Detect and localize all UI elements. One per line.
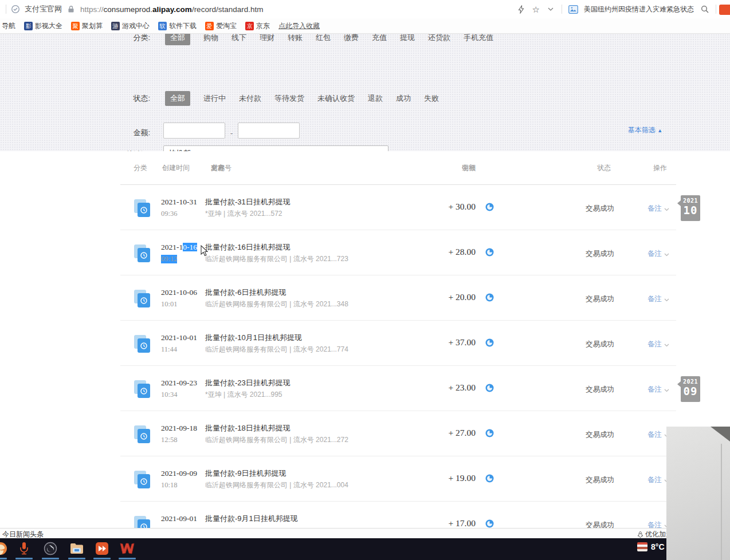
category-option[interactable]: 全部	[165, 34, 190, 45]
amount-max-input[interactable]	[238, 123, 300, 139]
category-option[interactable]: 理财	[260, 34, 274, 43]
amount-min-input[interactable]	[163, 123, 225, 139]
detail-icon[interactable]	[485, 293, 494, 302]
category-option[interactable]: 提现	[400, 34, 415, 43]
created-clock: 10:18	[161, 481, 177, 490]
remark-link[interactable]: 备注	[647, 385, 669, 395]
transaction-title[interactable]: 批量付款-23日挂机邦提现	[205, 378, 291, 388]
bookmark-item[interactable]: 京京东	[245, 21, 270, 31]
category-option[interactable]: 还贷款	[428, 34, 450, 43]
detail-icon[interactable]	[485, 474, 494, 483]
transaction-title[interactable]: 批量付款-18日挂机邦提现	[205, 423, 291, 433]
status-option[interactable]: 成功	[396, 93, 411, 104]
badge-year: 2021	[681, 198, 700, 204]
chevron-down-icon[interactable]	[545, 4, 556, 14]
category-option[interactable]: 红包	[316, 34, 331, 43]
remark-label: 备注	[647, 204, 662, 214]
address-bar[interactable]: https://consumeprod.alipay.com/record/st…	[80, 5, 263, 14]
counterparty-and-txn: 临沂超铁网络服务有限公司 | 流水号 2021...774	[205, 345, 348, 354]
flash-speed-icon[interactable]	[516, 4, 527, 14]
amount-cell: + 19.00	[390, 473, 476, 483]
header-category: 分类	[134, 163, 147, 173]
bookmark-favicon-icon: 游	[111, 22, 120, 30]
chevron-down-icon	[664, 386, 669, 394]
category-label: 分类:	[102, 34, 150, 43]
created-date: 2021-10-06	[161, 288, 197, 297]
taskbar-video-player-icon[interactable]	[95, 541, 109, 556]
bookmark-favicon-icon: 聚	[71, 22, 80, 30]
detail-icon[interactable]	[485, 384, 494, 392]
taskbar-wps-office-icon[interactable]	[120, 541, 135, 556]
transaction-title[interactable]: 批量付款-16日挂机邦提现	[205, 242, 291, 253]
news-ticker[interactable]: 美国纽约州因疫情进入灾难紧急状态	[584, 5, 694, 14]
bookmark-item[interactable]: 软软件下载	[158, 21, 197, 31]
status-option[interactable]: 全部	[165, 91, 190, 106]
created-date: 2021-10-01	[161, 333, 197, 342]
detail-icon[interactable]	[485, 338, 494, 347]
taskbar-edge-browser-icon[interactable]	[0, 541, 8, 556]
header-action: 操作	[653, 163, 667, 173]
created-clock: 09:36	[161, 210, 177, 218]
amount-range-separator: -	[230, 129, 233, 137]
status-option[interactable]: 进行中	[203, 93, 226, 104]
keyword-input[interactable]	[163, 145, 388, 151]
divider	[6, 5, 6, 14]
transaction-title[interactable]: 批量付款-6日挂机邦提现	[205, 287, 286, 298]
counterparty-and-txn: 临沂超铁网络服务有限公司 | 流水号 2021...272	[205, 435, 348, 445]
transaction-title[interactable]: 批量付款-9月1日挂机邦提现	[205, 514, 298, 524]
bookmark-item[interactable]: 影影视大全	[24, 21, 62, 31]
taskbar-obs-studio-icon[interactable]	[43, 541, 58, 556]
news-image-icon[interactable]	[568, 4, 578, 14]
status-option[interactable]: 失败	[424, 93, 439, 104]
detail-icon[interactable]	[485, 203, 494, 211]
batch-payment-icon	[134, 380, 152, 399]
category-option[interactable]: 转账	[288, 34, 303, 43]
category-option[interactable]: 购物	[203, 34, 218, 43]
browser-extension-icon[interactable]	[719, 5, 730, 15]
status-option[interactable]: 未付款	[239, 93, 261, 104]
search-icon[interactable]	[700, 4, 710, 14]
collapse-arrow-icon: ▲	[657, 128, 662, 133]
transaction-title[interactable]: 批量付款-9日挂机邦提现	[205, 468, 286, 479]
created-date: 2021-10-16	[161, 243, 197, 252]
status-cell: 交易成功	[574, 385, 626, 395]
status-cell: 交易成功	[574, 340, 626, 349]
transaction-title[interactable]: 批量付款-10月1日挂机邦提现	[205, 333, 302, 343]
status-option[interactable]: 未确认收货	[317, 93, 355, 104]
badge-year: 2021	[681, 378, 700, 385]
bookmark-item[interactable]: 爱爱淘宝	[205, 21, 237, 31]
counterparty-and-txn: *亚坤 | 流水号 2021...572	[205, 209, 282, 219]
bookmark-item[interactable]: 点此导入收藏	[278, 21, 320, 31]
favorite-star-icon[interactable]: ☆	[532, 5, 540, 14]
category-option[interactable]: 充值	[372, 34, 387, 43]
taskbar-file-explorer-icon[interactable]	[69, 541, 84, 556]
category-option[interactable]: 缴费	[344, 34, 359, 43]
basic-filter-collapse-link[interactable]: 基本筛选 ▲	[628, 125, 662, 135]
site-badge[interactable]: 支付宝官网	[25, 4, 62, 14]
status-option[interactable]: 退款	[368, 93, 383, 104]
url-path: /record/standard.htm	[192, 5, 264, 14]
transaction-row: 2021-10-0111:44批量付款-10月1日挂机邦提现临沂超铁网络服务有限…	[0, 321, 730, 366]
status-option[interactable]: 等待发货	[274, 93, 304, 104]
taskbar-microphone-icon[interactable]	[17, 541, 32, 556]
bookmark-item[interactable]: 游游戏中心	[111, 21, 150, 31]
transaction-title[interactable]: 批量付款-31日挂机邦提现	[205, 197, 291, 207]
bookmark-label: 导航	[2, 21, 15, 31]
temperature: 8°C	[651, 542, 665, 551]
bookmarks-bar: 导航影影视大全聚聚划算游游戏中心软软件下载爱爱淘宝京京东点此导入收藏	[0, 18, 730, 34]
bookmark-item[interactable]: 导航	[0, 21, 15, 31]
remark-link[interactable]: 备注	[647, 340, 669, 349]
weather-icon	[637, 542, 647, 551]
category-option[interactable]: 线下	[231, 34, 246, 43]
bookmark-item[interactable]: 聚聚划算	[71, 21, 103, 31]
weather-widget[interactable]: 8°C	[637, 542, 665, 551]
status-cell: 交易成功	[574, 430, 626, 440]
remark-link[interactable]: 备注	[647, 249, 669, 259]
detail-icon[interactable]	[485, 248, 494, 257]
remark-link[interactable]: 备注	[647, 204, 669, 214]
detail-icon[interactable]	[485, 519, 494, 528]
detail-icon[interactable]	[485, 429, 494, 437]
created-clock: 11:44	[161, 345, 177, 354]
category-option[interactable]: 手机充值	[464, 34, 493, 43]
remark-link[interactable]: 备注	[647, 294, 669, 304]
